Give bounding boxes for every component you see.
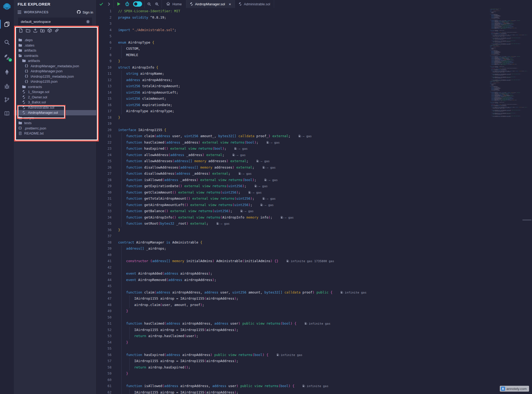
ai-copilot-icon[interactable] <box>125 2 130 6</box>
indent-guide <box>121 370 122 377</box>
tree-item-iairdrop1155-metadata-json[interactable]: {}IAirdrop1155_metadata.json <box>14 74 96 79</box>
tab-home[interactable]: Home <box>162 0 186 8</box>
file-explorer-icon[interactable] <box>0 19 14 29</box>
tree-item--states[interactable]: .states <box>14 43 96 48</box>
tree-item-scripts[interactable]: scripts <box>14 115 96 121</box>
tree-item-readme-txt[interactable]: README.txt <box>14 131 96 136</box>
tree-item-2-owner-sol[interactable]: 2_Owner.sol <box>14 95 96 100</box>
tree-item--deps[interactable]: .deps <box>14 37 96 43</box>
tree-item-label: README.txt <box>24 131 44 135</box>
tree-item-tests[interactable]: tests <box>14 120 96 126</box>
tree-item-airdropmanager-metadata-json[interactable]: {}AirdropManager_metadata.json <box>14 64 96 69</box>
gas-estimate-badge: – gas <box>234 146 248 152</box>
new-folder-icon[interactable] <box>26 28 30 33</box>
code-line: 56 function hasExpired(address airdropAd… <box>97 352 532 358</box>
gas-estimate-label: infinite gas <box>345 291 366 294</box>
gas-estimate-label: – gas <box>243 172 252 175</box>
tab-administrable[interactable]: Administrable.sol <box>235 0 274 8</box>
workspaces-menu-icon[interactable] <box>18 11 21 14</box>
tree-item-label: contracts <box>24 54 38 58</box>
code-editor[interactable]: 1// SPDX-License-Identifier: MIT2pragma … <box>97 8 532 394</box>
git-icon[interactable] <box>0 95 14 105</box>
code-line: 39 address[] _airdrops; <box>97 245 532 252</box>
tree-item-contracts[interactable]: contracts <box>14 84 96 90</box>
gas-estimate-badge: – gas <box>264 177 278 183</box>
upload-file-icon[interactable] <box>33 28 38 33</box>
link-icon[interactable] <box>54 28 59 33</box>
indent-guide <box>121 52 122 58</box>
tree-item-administrable-sol[interactable]: Administrable.sol <box>14 105 96 110</box>
tree-item-iairdrop1155-json[interactable]: {}IAirdrop1155.json <box>14 79 96 84</box>
box-icon[interactable] <box>47 28 52 33</box>
line-number: 25 <box>97 158 112 164</box>
line-number: 48 <box>97 302 112 308</box>
indent-guide <box>121 264 122 271</box>
code-line: 9} <box>97 58 532 64</box>
zoom-out-icon[interactable] <box>147 2 151 6</box>
new-file-icon[interactable] <box>18 28 23 33</box>
line-number: 7 <box>97 45 112 52</box>
code-line: 13 uint256 totalAirdropAmount; <box>97 83 532 89</box>
tree-item-label: artifacts <box>24 48 36 52</box>
close-icon[interactable]: × <box>229 2 231 6</box>
debugger-icon[interactable] <box>0 81 14 91</box>
line-number: 15 <box>97 95 112 102</box>
gas-estimate-badge: – gas <box>240 208 254 215</box>
indent-guide <box>121 352 122 358</box>
tab-airdropmanager[interactable]: AirdropManager.sol × <box>186 0 235 8</box>
status-check-icon <box>99 2 103 6</box>
code-line: 53 return airdrop.hasClaimed(user); <box>97 333 532 339</box>
upload-folder-icon[interactable] <box>40 28 45 33</box>
indent-guide <box>121 289 122 296</box>
line-number: 24 <box>97 152 112 158</box>
remix-logo-icon[interactable] <box>0 2 14 12</box>
indent-guide <box>121 220 122 227</box>
plugin-manager-icon[interactable] <box>0 108 14 119</box>
code-line: 31 function getTotalAirdropAmount() exte… <box>97 195 532 202</box>
deploy-run-icon[interactable] <box>0 67 14 77</box>
line-number: 1 <box>97 8 112 14</box>
folder-icon <box>18 44 22 47</box>
home-icon <box>166 2 170 7</box>
line-number: 23 <box>97 145 112 152</box>
tree-item-contracts[interactable]: contracts <box>14 53 96 58</box>
indent-guide <box>121 102 122 108</box>
code-line: 7 CUSTOM, <box>97 45 532 52</box>
line-number: 14 <box>97 89 112 96</box>
tree-item-airdropmanager-sol[interactable]: AirdropManager.sol <box>14 110 96 115</box>
tree-item--prettierrc-json[interactable]: {}.prettierrc.json <box>14 126 96 131</box>
code-line: 26 function disallowAddresses(address[] … <box>97 164 532 171</box>
line-number: 57 <box>97 358 112 364</box>
gas-estimate-badge: infinite gas 1735800 gas <box>286 258 334 265</box>
tree-item-1-storage-sol[interactable]: 1_Storage.sol <box>14 89 96 95</box>
code-line: 5 <box>97 33 532 39</box>
tree-item-artifacts[interactable]: artifacts <box>14 58 96 64</box>
indent-guide <box>121 333 122 339</box>
indent-guide <box>121 195 122 202</box>
tree-item-3-ballot-sol[interactable]: 3_Ballot.sol <box>14 100 96 105</box>
line-number: 51 <box>97 320 112 327</box>
sign-in-button[interactable]: Sign in <box>77 10 93 15</box>
zoom-in-icon[interactable] <box>155 2 159 6</box>
search-icon[interactable] <box>0 37 14 47</box>
line-number: 60 <box>97 377 112 383</box>
workspace-select[interactable]: default_workspace <box>18 18 92 26</box>
line-number: 19 <box>97 120 112 127</box>
run-script-button[interactable] <box>117 2 121 6</box>
minimap[interactable]: // SPDX-License-Identifier: MITpragma so… <box>490 9 530 117</box>
indent-guide <box>121 270 122 277</box>
solidity-compiler-icon[interactable] <box>0 52 14 62</box>
chevron-right-icon[interactable] <box>107 2 111 6</box>
gas-estimate-badge: – gas <box>298 133 312 140</box>
gas-estimate-badge: infinite gas <box>304 321 331 327</box>
line-number: 6 <box>97 39 112 46</box>
scrollbar-marker[interactable] <box>522 220 531 220</box>
line-number: 37 <box>97 233 112 239</box>
workspace-options-icon[interactable] <box>86 20 90 24</box>
tree-item-airdropmanager-json[interactable]: {}AirdropManager.json <box>14 69 96 74</box>
tree-item-artifacts[interactable]: artifacts <box>14 48 96 53</box>
ai-copilot-toggle[interactable] <box>134 2 142 6</box>
code-line: 20interface IAirdrop1155 { <box>97 127 532 133</box>
indent-guide <box>129 364 130 371</box>
indent-guide <box>121 320 122 327</box>
